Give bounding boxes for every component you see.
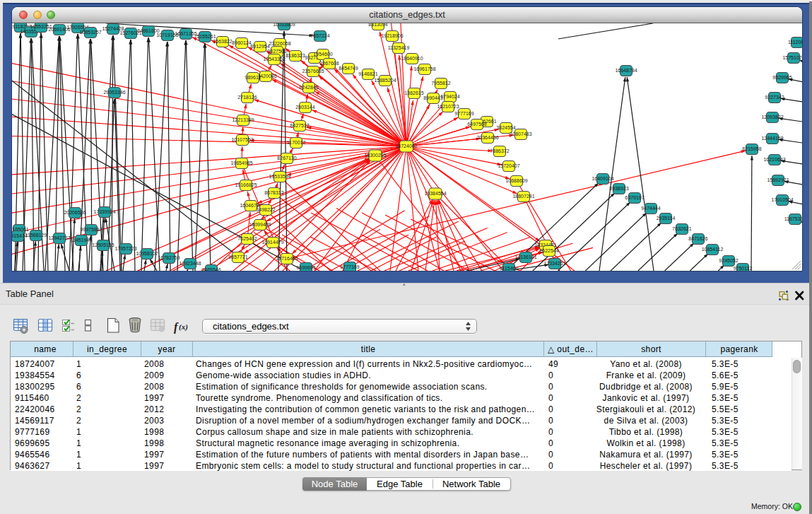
svg-text:12444158: 12444158 (761, 136, 783, 141)
svg-text:7857224: 7857224 (310, 33, 329, 38)
svg-text:8938923: 8938923 (609, 186, 628, 191)
svg-text:20206536: 20206536 (64, 210, 86, 215)
svg-text:9242845: 9242845 (299, 85, 318, 90)
svg-text:19218906: 19218906 (381, 33, 403, 38)
svg-text:12093822: 12093822 (761, 115, 783, 119)
svg-text:11675334: 11675334 (784, 216, 802, 221)
svg-text:17010504: 17010504 (771, 197, 793, 202)
svg-text:12505135: 12505135 (92, 243, 114, 247)
svg-text:6794024: 6794024 (440, 94, 459, 99)
svg-text:9465546: 9465546 (201, 267, 220, 271)
svg-text:1362615: 1362615 (404, 90, 423, 95)
svg-text:16409104: 16409104 (592, 176, 613, 181)
svg-text:75155261: 75155261 (194, 34, 216, 39)
svg-text:2718126: 2718126 (237, 95, 257, 100)
svg-text:17957223: 17957223 (114, 246, 136, 251)
svg-text:10543362: 10543362 (263, 57, 285, 62)
svg-text:17339924: 17339924 (93, 209, 115, 214)
svg-text:18099489: 18099489 (249, 222, 271, 227)
svg-text:10853257: 10853257 (79, 30, 101, 35)
svg-text:9529965: 9529965 (772, 75, 792, 80)
svg-text:12942737: 12942737 (48, 235, 70, 240)
svg-text:7955812: 7955812 (431, 81, 450, 86)
svg-text:15720407: 15720407 (498, 163, 519, 168)
svg-text:23226058: 23226058 (269, 41, 290, 46)
svg-text:19533594: 19533594 (269, 174, 290, 179)
svg-text:17334261: 17334261 (543, 261, 565, 266)
svg-text:16210643: 16210643 (763, 157, 785, 162)
svg-text:2867608: 2867608 (319, 61, 339, 66)
svg-text:12213389: 12213389 (232, 117, 254, 122)
svg-text:19384554: 19384554 (424, 191, 446, 196)
svg-text:2522544: 2522544 (539, 248, 558, 253)
svg-text:10854112: 10854112 (702, 247, 724, 252)
svg-text:18724007: 18724007 (395, 144, 417, 148)
svg-text:989612: 989612 (245, 75, 261, 80)
svg-text:18640910: 18640910 (401, 56, 423, 61)
svg-text:13716485: 13716485 (276, 256, 298, 261)
svg-text:1170012: 1170012 (287, 140, 306, 145)
svg-text:99975887: 99975887 (80, 227, 102, 232)
svg-text:9857771: 9857771 (228, 255, 247, 259)
svg-text:(x): (x) (179, 322, 188, 332)
svg-text:14136141: 14136141 (514, 255, 536, 259)
svg-text:6497568: 6497568 (467, 122, 486, 127)
svg-text:6379197: 6379197 (625, 195, 644, 200)
svg-text:8912954: 8912954 (250, 44, 269, 49)
svg-text:18300295: 18300295 (364, 153, 386, 158)
svg-text:9827503: 9827503 (267, 49, 286, 54)
svg-text:7625402: 7625402 (237, 236, 257, 241)
svg-text:10958107: 10958107 (136, 251, 158, 256)
svg-text:8427512: 8427512 (290, 123, 309, 128)
svg-text:9777169: 9777169 (340, 264, 359, 269)
svg-text:16210723: 16210723 (437, 104, 459, 109)
svg-text:7663822: 7663822 (213, 39, 232, 44)
svg-text:8813094: 8813094 (368, 23, 387, 27)
svg-text:19654985: 19654985 (230, 160, 252, 165)
svg-text:16648784: 16648784 (615, 68, 637, 73)
svg-text:16033809: 16033809 (273, 23, 295, 27)
svg-text:18807241: 18807241 (512, 194, 534, 199)
svg-text:3824554: 3824554 (496, 125, 515, 130)
svg-text:15885204: 15885204 (374, 78, 396, 83)
svg-text:16961758: 16961758 (413, 66, 435, 71)
svg-text:8186323: 8186323 (286, 53, 305, 58)
svg-text:7886372: 7886372 (490, 148, 509, 153)
svg-text:2935114: 2935114 (657, 216, 676, 221)
svg-text:8454749: 8454749 (339, 66, 358, 71)
svg-text:8678312: 8678312 (264, 190, 283, 195)
svg-text:29053346: 29053346 (103, 90, 125, 95)
svg-text:9474444: 9474444 (641, 206, 660, 211)
svg-text:f: f (174, 321, 179, 334)
svg-text:15692971: 15692971 (767, 177, 789, 182)
svg-text:10107553: 10107553 (231, 137, 253, 142)
svg-text:9245052: 9245052 (719, 258, 738, 263)
svg-text:11325419: 11325419 (388, 45, 410, 50)
svg-text:1954600: 1954600 (313, 52, 332, 57)
svg-text:9227342: 9227342 (765, 95, 784, 100)
svg-text:7632621: 7632621 (672, 226, 691, 231)
svg-text:10807483: 10807483 (510, 132, 531, 136)
svg-text:23576685: 23576685 (302, 69, 324, 74)
svg-text:9115460: 9115460 (500, 266, 519, 271)
svg-text:19166825: 19166825 (235, 182, 257, 187)
svg-text:16782759: 16782759 (158, 255, 180, 260)
svg-text:12923448: 12923448 (179, 261, 201, 266)
svg-text:8471626: 8471626 (688, 236, 707, 241)
svg-text:10688609: 10688609 (505, 178, 527, 183)
svg-text:20364436: 20364436 (476, 135, 498, 140)
svg-text:9146821: 9146821 (358, 71, 377, 76)
svg-text:1112061: 1112061 (788, 40, 802, 45)
svg-text:11568129: 11568129 (25, 233, 47, 238)
svg-text:3498222: 3498222 (256, 207, 275, 212)
svg-text:16914479: 16914479 (261, 240, 283, 245)
svg-text:15751074: 15751074 (782, 55, 802, 60)
svg-text:11451944: 11451944 (71, 238, 93, 243)
svg-text:9750112: 9750112 (734, 266, 753, 271)
svg-text:9777169: 9777169 (454, 111, 473, 116)
svg-text:8215958: 8215958 (742, 146, 761, 151)
svg-text:8267130: 8267130 (277, 156, 296, 160)
svg-text:8960124: 8960124 (232, 40, 251, 45)
svg-text:9699695: 9699695 (296, 265, 315, 270)
svg-text:2803144: 2803144 (295, 105, 314, 110)
